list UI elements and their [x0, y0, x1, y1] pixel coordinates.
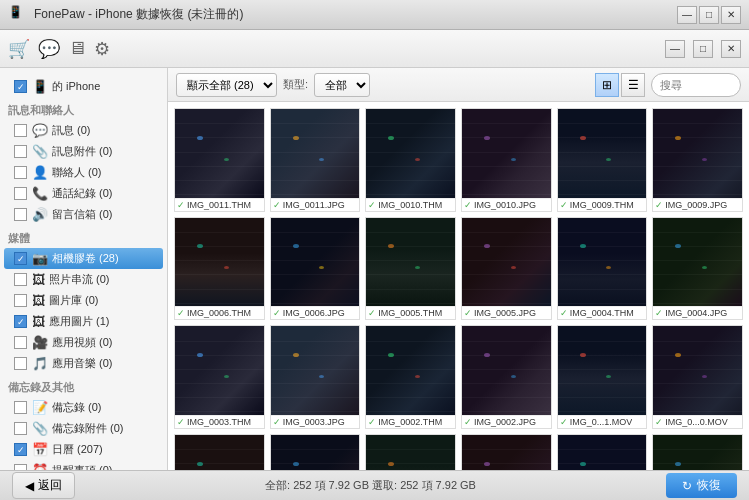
- reminders-checkbox[interactable]: [14, 464, 27, 470]
- contacts-label: 聯絡人 (0): [52, 165, 159, 180]
- gear-icon[interactable]: ⚙: [94, 38, 110, 60]
- appvideos-checkbox[interactable]: [14, 336, 27, 349]
- sidebar-item-contacts[interactable]: 👤 聯絡人 (0): [0, 162, 167, 183]
- close-button[interactable]: ✕: [721, 6, 741, 24]
- photo-item[interactable]: ✓IMG_0011.THM: [174, 108, 265, 212]
- photo-item[interactable]: ✓IMG_0006.THM: [174, 217, 265, 321]
- photo-check-icon: ✓: [655, 417, 663, 427]
- voicemail-checkbox[interactable]: [14, 208, 27, 221]
- voicemail-label: 留言信箱 (0): [52, 207, 159, 222]
- photo-check-icon: ✓: [273, 200, 281, 210]
- photo-check-icon: ✓: [177, 417, 185, 427]
- photo-item[interactable]: ✓IMG_0011.JPG: [270, 108, 361, 212]
- toolbar-minimize[interactable]: —: [665, 40, 685, 58]
- grid-view-button[interactable]: ⊞: [595, 73, 619, 97]
- notes-attachments-label: 備忘錄附件 (0): [52, 421, 159, 436]
- photo-grid: ✓IMG_0011.THM✓IMG_0011.JPG✓IMG_0010.THM✓…: [168, 102, 749, 470]
- photo-item[interactable]: ✓IMG_0010.THM: [365, 108, 456, 212]
- photolibrary-checkbox[interactable]: [14, 294, 27, 307]
- device-item[interactable]: ✓ 📱 的 iPhone: [0, 76, 167, 97]
- list-view-button[interactable]: ☰: [621, 73, 645, 97]
- voicemail-icon: 🔊: [32, 207, 48, 222]
- photo-item[interactable]: ✓IMG_0...0.MOV: [652, 325, 743, 429]
- calendar-icon: 📅: [32, 442, 48, 457]
- calls-checkbox[interactable]: [14, 187, 27, 200]
- messages-label: 訊息 (0): [52, 123, 159, 138]
- type-dropdown[interactable]: 全部: [314, 73, 370, 97]
- photo-item[interactable]: ✓IMG_0009.THM: [557, 108, 648, 212]
- maximize-button[interactable]: □: [699, 6, 719, 24]
- photo-item[interactable]: ✓IMG_0002.JPG: [461, 325, 552, 429]
- main-toolbar: 🛒 💬 🖥 ⚙ — □ ✕: [0, 30, 749, 68]
- sidebar-item-attachments[interactable]: 📎 訊息附件 (0): [0, 141, 167, 162]
- restore-button[interactable]: ↻ 恢復: [666, 473, 737, 498]
- photo-item[interactable]: ✓IMG_0000.THM: [365, 434, 456, 470]
- sidebar-item-notes[interactable]: 📝 備忘錄 (0): [0, 397, 167, 418]
- appmusic-icon: 🎵: [32, 356, 48, 371]
- photo-item[interactable]: ✓IMG_0001.JPG: [270, 434, 361, 470]
- type-label: 類型:: [283, 77, 308, 92]
- photo-item[interactable]: ✓IMG_0004.THM: [557, 217, 648, 321]
- photo-filename: IMG_0010.JPG: [474, 200, 536, 210]
- chat-icon[interactable]: 💬: [38, 38, 60, 60]
- sidebar-item-calendar[interactable]: ✓ 📅 日曆 (207): [0, 439, 167, 460]
- photo-item[interactable]: ✓IMG_0...1.MOV: [557, 325, 648, 429]
- view-toggles: ⊞ ☰: [595, 73, 645, 97]
- photostream-label: 照片串流 (0): [49, 272, 159, 287]
- sidebar-item-appimages[interactable]: ✓ 🖼 應用圖片 (1): [0, 311, 167, 332]
- computer-icon[interactable]: 🖥: [68, 38, 86, 59]
- photo-item[interactable]: ✓IMG_0001.THM: [174, 434, 265, 470]
- device-checkbox[interactable]: ✓: [14, 80, 27, 93]
- photo-item[interactable]: ✓IMG_0003.THM: [174, 325, 265, 429]
- notes-attach-icon: 📎: [32, 421, 48, 436]
- sidebar-item-camera-roll[interactable]: ✓ 📷 相機膠卷 (28): [4, 248, 163, 269]
- sidebar-item-notes-attachments[interactable]: 📎 備忘錄附件 (0): [0, 418, 167, 439]
- notes-attachments-checkbox[interactable]: [14, 422, 27, 435]
- main-layout: ✓ 📱 的 iPhone 訊息和聯絡人 💬 訊息 (0) 📎 訊息附件 (0) …: [0, 68, 749, 470]
- photo-item[interactable]: ✓IMG_0002.THM: [365, 325, 456, 429]
- photo-item[interactable]: ✓IMG_0006.JPG: [270, 217, 361, 321]
- sidebar-item-reminders[interactable]: ⏰ 提醒事項 (0): [0, 460, 167, 470]
- photo-item[interactable]: ✓IMG_0007.THM: [557, 434, 648, 470]
- calendar-checkbox[interactable]: ✓: [14, 443, 27, 456]
- back-button[interactable]: ◀ 返回: [12, 472, 75, 499]
- appmusic-checkbox[interactable]: [14, 357, 27, 370]
- sidebar-item-appvideos[interactable]: 🎥 應用視頻 (0): [0, 332, 167, 353]
- cart-icon[interactable]: 🛒: [8, 38, 30, 60]
- minimize-button[interactable]: —: [677, 6, 697, 24]
- photo-check-icon: ✓: [273, 308, 281, 318]
- appimages-checkbox[interactable]: ✓: [14, 315, 27, 328]
- search-input[interactable]: [651, 73, 741, 97]
- sidebar-item-photolibrary[interactable]: 🖼 圖片庫 (0): [0, 290, 167, 311]
- photo-check-icon: ✓: [368, 308, 376, 318]
- appmusic-label: 應用音樂 (0): [52, 356, 159, 371]
- notes-checkbox[interactable]: [14, 401, 27, 414]
- photo-filename: IMG_0004.THM: [570, 308, 634, 318]
- sidebar-item-calls[interactable]: 📞 通話紀錄 (0): [0, 183, 167, 204]
- toolbar-close[interactable]: ✕: [721, 40, 741, 58]
- photo-item[interactable]: ✓IMG_0007.JPG: [652, 434, 743, 470]
- camera-roll-checkbox[interactable]: ✓: [14, 252, 27, 265]
- toolbar-maximize[interactable]: □: [693, 40, 713, 58]
- photo-item[interactable]: ✓IMG_0005.JPG: [461, 217, 552, 321]
- content-area: 顯示全部 (28) 類型: 全部 ⊞ ☰ ✓IMG_0011.THM✓IMG_0…: [168, 68, 749, 470]
- sidebar-item-messages[interactable]: 💬 訊息 (0): [0, 120, 167, 141]
- status-bar: ◀ 返回 全部: 252 項 7.92 GB 選取: 252 項 7.92 GB…: [0, 470, 749, 500]
- sidebar-item-photostream[interactable]: 🖼 照片串流 (0): [0, 269, 167, 290]
- photo-item[interactable]: ✓IMG_0003.JPG: [270, 325, 361, 429]
- photo-item[interactable]: ✓IMG_0010.JPG: [461, 108, 552, 212]
- photostream-checkbox[interactable]: [14, 273, 27, 286]
- messages-checkbox[interactable]: [14, 124, 27, 137]
- photo-item[interactable]: ✓IMG_0009.JPG: [652, 108, 743, 212]
- attachments-checkbox[interactable]: [14, 145, 27, 158]
- contacts-checkbox[interactable]: [14, 166, 27, 179]
- appimages-icon: 🖼: [32, 314, 45, 329]
- calls-icon: 📞: [32, 186, 48, 201]
- photo-item[interactable]: ✓IMG_0004.JPG: [652, 217, 743, 321]
- sidebar-item-voicemail[interactable]: 🔊 留言信箱 (0): [0, 204, 167, 225]
- show-all-dropdown[interactable]: 顯示全部 (28): [176, 73, 277, 97]
- sidebar-item-appmusic[interactable]: 🎵 應用音樂 (0): [0, 353, 167, 374]
- photo-item[interactable]: ✓IMG_0000.JPG: [461, 434, 552, 470]
- photo-item[interactable]: ✓IMG_0005.THM: [365, 217, 456, 321]
- photo-filename: IMG_0010.THM: [378, 200, 442, 210]
